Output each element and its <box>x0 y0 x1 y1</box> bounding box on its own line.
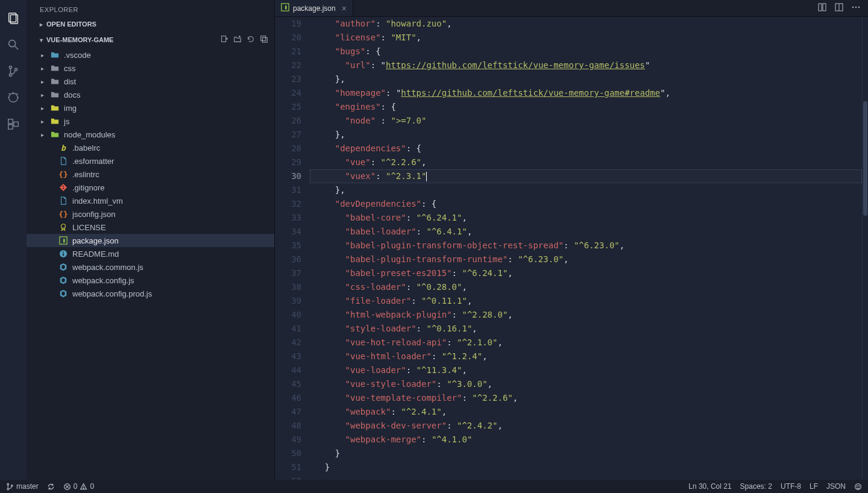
open-editors-label: OPEN EDITORS <box>46 20 96 28</box>
tree-item-label: .esformatter <box>72 157 114 166</box>
folder-item[interactable]: ▸node_modules <box>27 128 274 141</box>
svg-line-11 <box>9 93 10 95</box>
tree-item-label: webpack.config.js <box>72 276 134 285</box>
file-item[interactable]: README.md <box>27 247 274 260</box>
scrollbar[interactable] <box>862 17 868 480</box>
tree-item-label: img <box>64 104 77 113</box>
svg-rect-15 <box>14 122 18 126</box>
git-icon[interactable] <box>0 58 27 84</box>
file-item[interactable]: .gitignore <box>27 181 274 194</box>
folder-icon <box>49 64 60 72</box>
open-editors-header[interactable]: ▸ OPEN EDITORS <box>27 17 274 31</box>
file-item[interactable]: webpack.config.js <box>27 274 274 287</box>
svg-rect-33 <box>819 4 822 11</box>
status-encoding[interactable]: UTF-8 <box>781 482 801 491</box>
svg-rect-34 <box>823 4 826 11</box>
webpack-icon <box>58 263 69 271</box>
tree-item-label: webpack.config.prod.js <box>72 289 152 298</box>
code[interactable]: "author": "howard.zuo", "license": "MIT"… <box>310 17 862 480</box>
debug-icon[interactable] <box>0 84 27 111</box>
editor-actions <box>810 0 868 16</box>
tree-item-label: docs <box>64 90 80 99</box>
folder-icon <box>49 77 60 86</box>
tree-item-label: README.md <box>72 250 119 259</box>
tab-label: package.json <box>293 4 336 13</box>
file-item[interactable]: index.html_vm <box>27 194 274 207</box>
status-sync[interactable] <box>47 483 55 491</box>
activity-bar <box>0 0 27 480</box>
editor[interactable]: 1920212223242526272829303132333435363738… <box>275 17 868 480</box>
svg-point-24 <box>63 188 64 189</box>
svg-rect-22 <box>262 37 267 42</box>
more-icon[interactable] <box>851 2 861 14</box>
scrollbar-thumb[interactable] <box>863 101 867 216</box>
tree-item-label: dist <box>64 77 76 86</box>
gutter: 1920212223242526272829303132333435363738… <box>275 17 310 480</box>
status-language[interactable]: JSON <box>826 482 846 491</box>
git-icon <box>58 183 69 192</box>
project-header[interactable]: ▾ VUE-MEMORY-GAME <box>27 31 274 48</box>
chevron-right-icon: ▸ <box>41 92 49 98</box>
folder-item[interactable]: ▸.vscode <box>27 48 274 61</box>
info-icon <box>58 250 69 258</box>
tree-item-label: LICENSE <box>72 223 106 232</box>
folder-item[interactable]: ▸js <box>27 115 274 128</box>
editor-area: package.json × 1920212223242526272829303… <box>275 0 868 480</box>
svg-rect-32 <box>285 5 287 9</box>
sidebar: EXPLORER ▸ OPEN EDITORS ▾ VUE-MEMORY-GAM… <box>27 0 275 480</box>
split-icon[interactable] <box>834 2 844 14</box>
chevron-right-icon: ▸ <box>41 105 49 111</box>
svg-rect-16 <box>222 36 226 42</box>
svg-point-4 <box>9 66 11 69</box>
status-branch[interactable]: master <box>6 482 39 491</box>
tree-item-label: jsconfig.json <box>72 210 116 219</box>
status-eol[interactable]: LF <box>810 482 818 491</box>
chevron-right-icon: ▸ <box>41 52 49 58</box>
new-folder-icon[interactable] <box>233 35 242 45</box>
npm-icon <box>58 236 69 245</box>
svg-point-5 <box>9 74 11 76</box>
collapse-icon[interactable] <box>260 35 268 45</box>
npm-icon <box>281 3 289 13</box>
close-icon[interactable]: × <box>342 4 347 13</box>
tree-item-label: package.json <box>72 236 119 245</box>
svg-point-2 <box>9 40 16 47</box>
file-item[interactable]: LICENSE <box>27 221 274 234</box>
brace-icon: {} <box>58 170 69 179</box>
chevron-down-icon: ▾ <box>40 37 43 43</box>
chevron-right-icon: ▸ <box>41 65 49 72</box>
status-spaces[interactable]: Spaces: 2 <box>740 482 772 491</box>
folder-item[interactable]: ▸img <box>27 101 274 115</box>
chevron-right-icon: ▸ <box>41 118 49 125</box>
file-item[interactable]: b.babelrc <box>27 141 274 154</box>
folder-item[interactable]: ▸css <box>27 61 274 75</box>
extensions-icon[interactable] <box>0 111 27 137</box>
tree-item-label: .babelrc <box>72 143 100 152</box>
svg-point-7 <box>9 93 18 102</box>
file-icon <box>58 157 69 165</box>
status-feedback[interactable] <box>854 483 862 491</box>
svg-point-37 <box>852 6 854 8</box>
svg-point-41 <box>7 488 9 490</box>
tree-item-label: css <box>64 64 76 73</box>
file-item[interactable]: {}jsconfig.json <box>27 207 274 221</box>
folder-item[interactable]: ▸docs <box>27 88 274 101</box>
folder-item[interactable]: ▸dist <box>27 75 274 88</box>
file-item[interactable]: webpack.config.prod.js <box>27 287 274 300</box>
explorer-icon[interactable] <box>0 5 27 31</box>
folder-icon <box>49 51 60 59</box>
babel-icon: b <box>58 143 69 152</box>
file-item[interactable]: .esformatter <box>27 154 274 168</box>
tree-item-label: node_modules <box>64 130 115 139</box>
refresh-icon[interactable] <box>247 35 255 45</box>
file-item[interactable]: {}.eslintrc <box>27 168 274 181</box>
status-problems[interactable]: 0 0 <box>63 482 94 491</box>
compare-icon[interactable] <box>817 2 827 14</box>
file-icon <box>58 196 69 205</box>
file-item[interactable]: webpack.common.js <box>27 260 274 274</box>
status-position[interactable]: Ln 30, Col 21 <box>688 482 731 491</box>
new-file-icon[interactable] <box>220 35 228 45</box>
tab-package-json[interactable]: package.json × <box>275 0 353 16</box>
file-item[interactable]: package.json <box>27 234 274 247</box>
search-icon[interactable] <box>0 31 27 58</box>
